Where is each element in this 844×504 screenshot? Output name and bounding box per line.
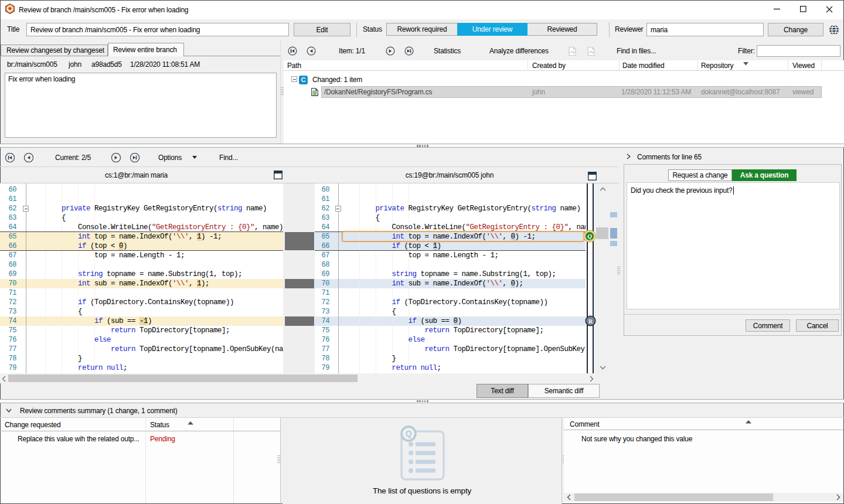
svg-text:R: R (588, 318, 593, 324)
svg-text:Q: Q (587, 233, 592, 240)
svg-text:Q: Q (406, 429, 412, 438)
